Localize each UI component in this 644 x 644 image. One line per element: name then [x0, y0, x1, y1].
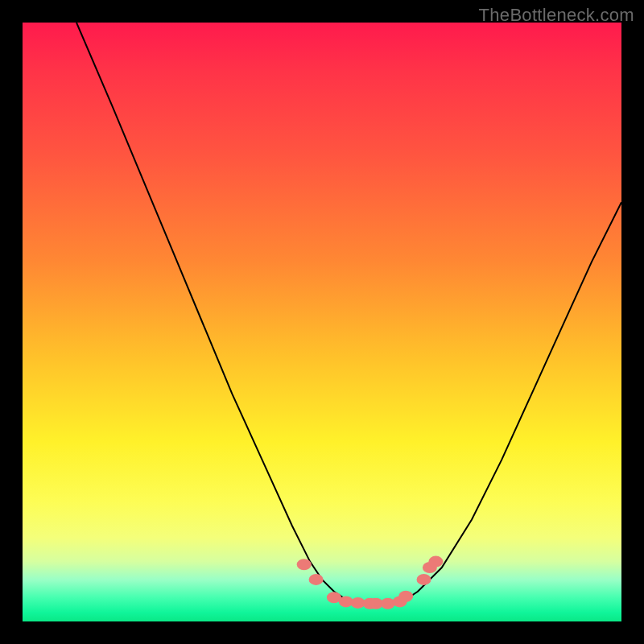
- data-marker: [398, 591, 413, 602]
- outer-frame: TheBottleneck.com: [0, 0, 644, 644]
- right-curve: [382, 202, 621, 604]
- data-marker: [417, 574, 431, 585]
- data-marker: [428, 556, 443, 568]
- data-marker: [309, 574, 324, 585]
- data-marker: [381, 598, 395, 609]
- gradient-plot-area: [23, 23, 621, 621]
- left-curve: [76, 23, 370, 604]
- marker-group: [297, 556, 444, 609]
- data-marker: [297, 559, 312, 570]
- overlay-svg: [23, 23, 621, 621]
